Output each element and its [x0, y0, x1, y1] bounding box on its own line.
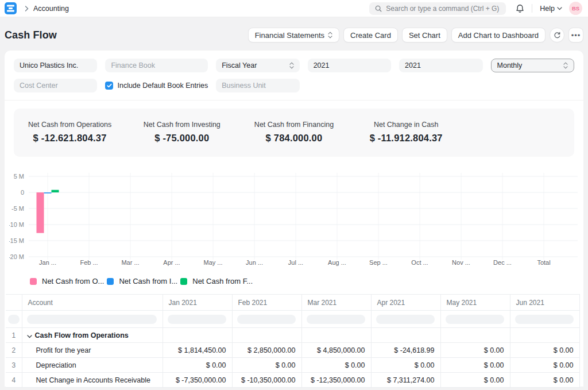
period-basis-select[interactable]: Fiscal Year	[216, 59, 299, 72]
row-number: 1	[6, 328, 22, 343]
cell-value[interactable]: $ 0.00	[301, 358, 371, 373]
cell-value[interactable]: $ 0.00	[440, 373, 510, 388]
column-header[interactable]: Jun 2021	[510, 295, 579, 311]
cell-value[interactable]: $ 0.00	[232, 358, 301, 373]
x-axis-tick: Aug ...	[328, 259, 346, 266]
x-axis-tick: Jan ...	[39, 259, 56, 266]
report-selector[interactable]: Financial Statements	[248, 28, 339, 43]
cell-value[interactable]: $ -10,350,000.00	[232, 373, 301, 388]
refresh-button[interactable]	[550, 28, 564, 43]
cell-value[interactable]: $ 4,850,000.00	[301, 343, 371, 358]
select-updown-icon	[289, 62, 294, 69]
search-icon	[375, 5, 382, 12]
table-row: 4Net Change in Accounts Receivable$ -7,3…	[6, 373, 579, 388]
column-header-index	[6, 295, 22, 311]
navbar: Accounting Search or type a command (Ctr…	[0, 0, 588, 17]
column-filter-input[interactable]	[237, 315, 296, 324]
column-header[interactable]: Account	[22, 295, 163, 311]
column-filter-input[interactable]	[27, 315, 157, 324]
cost-center-filter[interactable]	[14, 79, 97, 92]
summary-card-financing: Net Cash from Financing $ 784.000.00	[238, 121, 350, 144]
summary-label: Net Cash from Operations	[14, 121, 126, 129]
cell-value[interactable]: $ 0.00	[440, 358, 510, 373]
column-filter-input[interactable]	[8, 315, 20, 324]
x-axis-tick: May ...	[203, 259, 222, 266]
periodicity-select[interactable]: Monthly	[491, 59, 574, 72]
bell-icon	[516, 4, 524, 13]
table-row: 3Depreciation$ 0.00$ 0.00$ 0.00$ 0.00$ 0…	[6, 358, 579, 373]
table-row: 1Cash Flow from Operations	[6, 328, 579, 343]
legend-label: Net Cash from F...	[192, 277, 253, 285]
column-header[interactable]: Jan 2021	[163, 295, 232, 311]
legend-swatch-icon	[30, 278, 37, 285]
cell-account[interactable]: Profit for the year	[22, 343, 163, 358]
column-filter-input[interactable]	[307, 315, 365, 324]
legend-item: Net Cash from F...	[180, 277, 253, 285]
x-axis-tick: Total	[537, 259, 550, 266]
cell-value[interactable]: $ -12,350,000.00	[301, 373, 371, 388]
cell-value[interactable]: $ -24,618.99	[371, 343, 440, 358]
cell-value[interactable]: $ 1,814,450.00	[163, 343, 232, 358]
company-filter[interactable]	[14, 59, 97, 72]
column-filter-input[interactable]	[376, 315, 435, 324]
avatar[interactable]: BS	[569, 2, 582, 15]
cell-account[interactable]: Cash Flow from Operations	[22, 328, 163, 343]
row-number: 2	[6, 343, 22, 358]
business-unit-filter[interactable]	[216, 79, 299, 92]
app-logo-icon[interactable]	[5, 2, 17, 14]
breadcrumb[interactable]: Accounting	[33, 5, 69, 13]
row-number: 3	[6, 358, 22, 373]
cell-value[interactable]	[163, 328, 232, 343]
cell-value[interactable]: $ 0.00	[510, 373, 579, 388]
create-card-button[interactable]: Create Card	[343, 28, 398, 43]
cell-value[interactable]	[371, 328, 440, 343]
cell-value[interactable]: $ 0.00	[510, 343, 579, 358]
include-default-book-entries-checkbox[interactable]	[105, 82, 113, 90]
report-selector-value: Financial Statements	[255, 31, 324, 40]
notifications-button[interactable]	[516, 4, 524, 13]
column-header[interactable]: May 2021	[440, 295, 510, 311]
summary-card-operations: Net Cash from Operations $ -12.621.804.3…	[14, 121, 126, 144]
column-filter-input[interactable]	[515, 315, 574, 324]
help-menu[interactable]: Help	[540, 5, 562, 13]
cell-value[interactable]	[301, 328, 371, 343]
cell-account[interactable]: Net Change in Accounts Receivable	[22, 373, 163, 388]
column-header[interactable]: Feb 2021	[232, 295, 301, 311]
column-filter-input[interactable]	[168, 315, 226, 324]
ellipsis-icon: •••	[571, 32, 581, 39]
cell-value[interactable]: $ -7,350,000.00	[163, 373, 232, 388]
cell-value[interactable]: $ 0.00	[510, 358, 579, 373]
column-header[interactable]: Mar 2021	[301, 295, 371, 311]
help-label: Help	[540, 5, 555, 13]
collapse-chevron-icon[interactable]	[27, 335, 32, 338]
x-axis-tick: Nov ...	[452, 259, 470, 266]
cell-value[interactable]: $ 0.00	[440, 343, 510, 358]
bar-net-cash-from-f-[interactable]	[52, 190, 59, 192]
x-axis-tick: Jul ...	[288, 259, 303, 266]
cell-value[interactable]: $ 0.00	[163, 358, 232, 373]
search-input[interactable]: Search or type a command (Ctrl + G)	[369, 2, 506, 15]
cell-value[interactable]	[232, 328, 301, 343]
to-fiscal-year-filter[interactable]	[399, 59, 482, 72]
add-chart-to-dashboard-button[interactable]: Add Chart to Dashboard	[451, 28, 546, 43]
y-axis-tick: -5 M	[11, 205, 24, 212]
cell-value[interactable]	[510, 328, 579, 343]
column-header[interactable]: Apr 2021	[371, 295, 440, 311]
from-fiscal-year-filter[interactable]	[308, 59, 391, 72]
cell-account[interactable]: Depreciation	[22, 358, 163, 373]
cell-value[interactable]: $ 7,311,274.00	[371, 373, 440, 388]
cash-flow-chart[interactable]: 5 M0-5 M-10 M-15 M-20 MJan ...Feb ...Mar…	[9, 172, 583, 269]
cell-value[interactable]: $ 0.00	[371, 358, 440, 373]
finance-book-filter[interactable]	[105, 59, 208, 72]
x-axis-tick: Feb ...	[80, 259, 98, 266]
x-axis-tick: Apr ...	[163, 259, 180, 266]
cell-value[interactable]: $ 2,850,000.00	[232, 343, 301, 358]
cell-value[interactable]	[440, 328, 510, 343]
menu-button[interactable]: •••	[568, 28, 583, 43]
bar-net-cash-from-o-[interactable]	[37, 192, 44, 233]
set-chart-button[interactable]: Set Chart	[402, 28, 447, 43]
bar-net-cash-from-i-[interactable]	[44, 192, 52, 194]
column-filter-input[interactable]	[446, 315, 504, 324]
x-axis-tick: Mar ...	[121, 259, 139, 266]
legend-swatch-icon	[107, 278, 114, 285]
